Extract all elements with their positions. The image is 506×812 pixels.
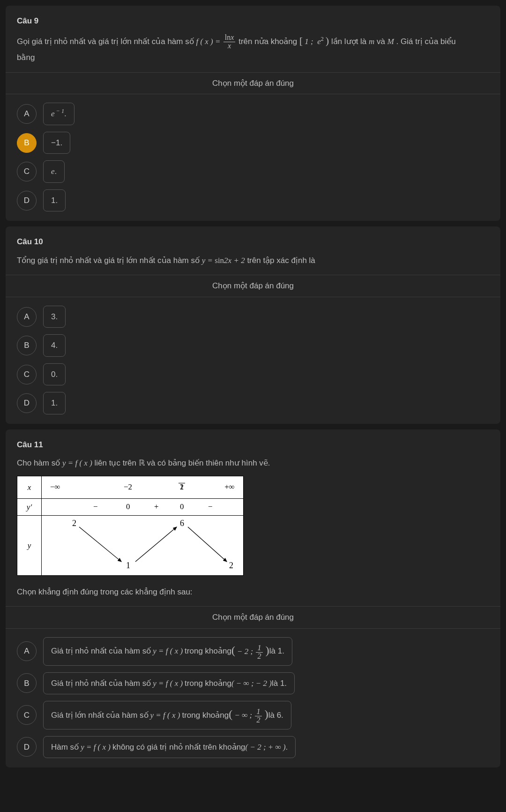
text: trên nửa khoảng (238, 37, 299, 46)
question-11: Câu 11 Cho hàm số y = f ( x ) liên tục t… (6, 429, 500, 767)
text: và (377, 37, 387, 46)
instruction: Chọn một đáp án đúng (6, 606, 500, 629)
text: Gọi giá trị nhỏ nhất và giá trị lớn nhất… (17, 37, 196, 46)
option-D: D 1. (17, 189, 489, 212)
question-title: Câu 11 (17, 439, 489, 451)
question-title: Câu 9 (17, 15, 489, 27)
instruction: Chọn một đáp án đúng (6, 72, 500, 95)
option-B: B 4. (17, 334, 489, 357)
x-label: x (17, 476, 42, 498)
option-letter[interactable]: A (17, 641, 37, 661)
yprime-label: y′ (17, 498, 42, 515)
option-D: D Hàm số y = f ( x ) không có giá trị nh… (17, 736, 489, 759)
option-letter[interactable]: B (17, 336, 37, 355)
instruction: Chọn một đáp án đúng (6, 275, 500, 297)
text: . Giá trị của biểu (396, 37, 456, 46)
options: A 3. B 4. C 0. D 1. (17, 306, 489, 414)
text: bằng (17, 52, 489, 64)
option-letter[interactable]: A (17, 104, 37, 124)
option-B: B Giá trị nhỏ nhất của hàm số y = f ( x … (17, 672, 489, 695)
question-text: Cho hàm số y = f ( x ) liên tục trên ℝ v… (17, 457, 489, 469)
option-body[interactable]: Giá trị lớn nhất của hàm số y = f ( x ) … (43, 701, 291, 729)
text: Tổng giá trị nhỏ nhất và giá trị lớn nhấ… (17, 256, 202, 265)
option-body[interactable]: Giá trị nhỏ nhất của hàm số y = f ( x ) … (43, 637, 292, 666)
x-values: −∞ −2 12 +∞ (42, 476, 244, 498)
var-m: m (369, 37, 374, 46)
val-6: 6 (180, 519, 184, 528)
val-2b: 2 (229, 561, 233, 570)
option-letter[interactable]: A (17, 307, 37, 327)
option-letter[interactable]: C (17, 705, 37, 725)
question-subtext: Chọn khẳng định đúng trong các khẳng địn… (17, 586, 489, 598)
text: và có bảng biến thiên như hình vẽ. (147, 459, 270, 467)
option-body[interactable]: e − 1. (43, 103, 74, 125)
option-B: B −1. (17, 132, 489, 154)
option-letter[interactable]: B (17, 673, 37, 693)
option-body[interactable]: 1. (43, 189, 66, 212)
option-body[interactable]: Hàm số y = f ( x ) không có giá trị nhỏ … (43, 736, 296, 759)
option-body[interactable]: 4. (43, 334, 66, 357)
variation-arrows: 2 1 6 2 (42, 516, 243, 572)
val-1: 1 (126, 561, 130, 570)
option-letter[interactable]: D (17, 191, 37, 211)
option-letter[interactable]: B (17, 133, 37, 153)
text: Cho hàm số (17, 459, 62, 467)
option-C: C e. (17, 160, 489, 183)
var-M: M (387, 37, 394, 46)
option-C: C 0. (17, 363, 489, 386)
options: A e − 1. B −1. C e. D 1. (17, 103, 489, 211)
question-text: Tổng giá trị nhỏ nhất và giá trị lớn nhấ… (17, 255, 489, 267)
option-body[interactable]: −1. (43, 132, 70, 154)
function: y = f ( x ) (62, 459, 92, 467)
text: liên tục trên (95, 459, 139, 467)
option-body[interactable]: e. (43, 160, 65, 183)
option-letter[interactable]: D (17, 393, 37, 413)
option-D: D 1. (17, 392, 489, 414)
option-body[interactable]: 3. (43, 306, 66, 328)
question-text: Gọi giá trị nhỏ nhất và giá trị lớn nhất… (17, 34, 489, 50)
svg-line-2 (188, 527, 227, 562)
y-label: y (17, 515, 42, 576)
svg-line-1 (135, 527, 177, 562)
function-fx: f ( x ) = (196, 37, 222, 46)
text: lần lượt là (331, 37, 369, 46)
question-9: Câu 9 Gọi giá trị nhỏ nhất và giá trị lớ… (6, 6, 500, 221)
variation-table: x −∞ −2 12 +∞ y′ − 0 + 0 − y (17, 476, 244, 576)
question-10: Câu 10 Tổng giá trị nhỏ nhất và giá trị … (6, 226, 500, 424)
option-letter[interactable]: C (17, 365, 37, 384)
svg-line-0 (79, 527, 121, 562)
function: y = sin2x + 2 (202, 256, 245, 265)
y-values: 2 1 6 2 (42, 515, 244, 576)
yprime-values: − 0 + 0 − (42, 498, 244, 515)
set-R: ℝ (139, 459, 145, 467)
option-letter[interactable]: D (17, 737, 37, 757)
options: A Giá trị nhỏ nhất của hàm số y = f ( x … (17, 637, 489, 758)
option-A: A Giá trị nhỏ nhất của hàm số y = f ( x … (17, 637, 489, 666)
fraction: lnx x (223, 34, 236, 50)
question-title: Câu 10 (17, 236, 489, 248)
option-A: A e − 1. (17, 103, 489, 125)
option-body[interactable]: 0. (43, 363, 66, 386)
option-C: C Giá trị lớn nhất của hàm số y = f ( x … (17, 701, 489, 729)
option-letter[interactable]: C (17, 162, 37, 181)
option-body[interactable]: 1. (43, 392, 66, 414)
interval: [ 1 ; e2 ) (299, 37, 329, 46)
val-2: 2 (72, 519, 76, 528)
text: trên tập xác định là (247, 256, 315, 265)
option-body[interactable]: Giá trị nhỏ nhất của hàm số y = f ( x ) … (43, 672, 295, 695)
option-A: A 3. (17, 306, 489, 328)
